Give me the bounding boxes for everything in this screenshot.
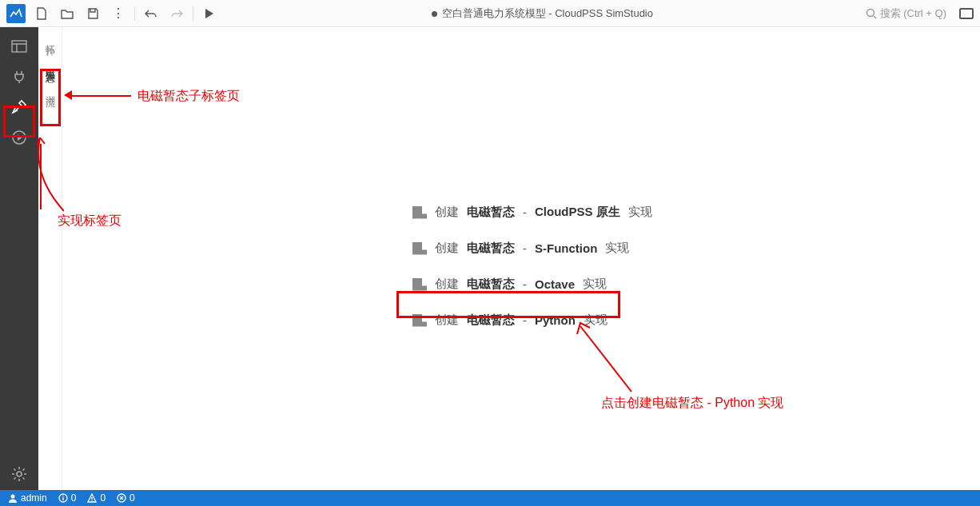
redo-icon[interactable] — [167, 4, 186, 23]
status-user[interactable]: admin — [8, 492, 47, 504]
rail-play-icon[interactable] — [5, 123, 34, 152]
search-box[interactable]: 搜索 (Ctrl + Q) — [866, 6, 946, 21]
main-area: 创建 电磁暂态 - CloudPSS 原生 实现 创建 电磁暂态 - S-Fun… — [62, 27, 980, 490]
rail-plug-icon[interactable] — [5, 62, 34, 91]
svg-point-3 — [17, 472, 22, 476]
fullscreen-icon[interactable] — [959, 8, 974, 19]
status-bar: admin 0 0 0 — [0, 490, 980, 506]
svg-rect-1 — [12, 41, 26, 52]
more-icon[interactable]: ⋮ — [109, 4, 128, 23]
toolbar-separator — [193, 6, 193, 21]
status-warn[interactable]: 0 — [87, 492, 106, 504]
vtab-emt[interactable]: 电磁暂态 — [42, 56, 58, 72]
doc-icon — [412, 242, 427, 255]
doc-icon — [412, 278, 427, 291]
title-text-2: CloudPSS SimStudio — [555, 7, 653, 19]
top-toolbar: ⋮ 空白普通电力系统模型 - CloudPSS SimStudio 搜索 (Ct… — [0, 0, 980, 27]
rail-tools-icon[interactable] — [5, 93, 34, 122]
logo-icon[interactable] — [6, 4, 26, 23]
svg-point-4 — [11, 495, 15, 499]
doc-icon — [412, 206, 427, 219]
toolbar-separator — [134, 6, 135, 21]
rail-settings-icon[interactable] — [5, 460, 34, 488]
status-error[interactable]: 0 — [117, 492, 135, 504]
create-option-list: 创建 电磁暂态 - CloudPSS 原生 实现 创建 电磁暂态 - S-Fun… — [406, 201, 659, 331]
open-folder-icon[interactable] — [58, 4, 77, 23]
create-option-octave[interactable]: 创建 电磁暂态 - Octave 实现 — [406, 273, 659, 295]
create-option-python[interactable]: 创建 电磁暂态 - Python 实现 — [406, 309, 659, 331]
left-rail — [0, 27, 38, 490]
search-placeholder: 搜索 (Ctrl + Q) — [880, 6, 946, 21]
new-file-icon[interactable] — [32, 4, 51, 23]
status-info[interactable]: 0 — [58, 492, 77, 504]
create-option-sfunction[interactable]: 创建 电磁暂态 - S-Function 实现 — [406, 237, 659, 259]
create-option-cloudpss[interactable]: 创建 电磁暂态 - CloudPSS 原生 实现 — [406, 201, 659, 223]
doc-icon — [412, 314, 427, 327]
run-icon[interactable] — [200, 4, 219, 23]
title-text-1: 空白普通电力系统模型 - — [442, 7, 556, 19]
vertical-tabs: 拓扑 电磁暂态 潮流 — [38, 27, 62, 490]
rail-overview-icon[interactable] — [5, 32, 34, 61]
save-icon[interactable] — [83, 4, 102, 23]
window-title: 空白普通电力系统模型 - CloudPSS SimStudio — [225, 6, 859, 21]
vtab-topology[interactable]: 拓扑 — [42, 32, 58, 45]
svg-point-0 — [866, 9, 874, 16]
undo-icon[interactable] — [141, 4, 161, 23]
vtab-powerflow[interactable]: 潮流 — [42, 83, 58, 96]
